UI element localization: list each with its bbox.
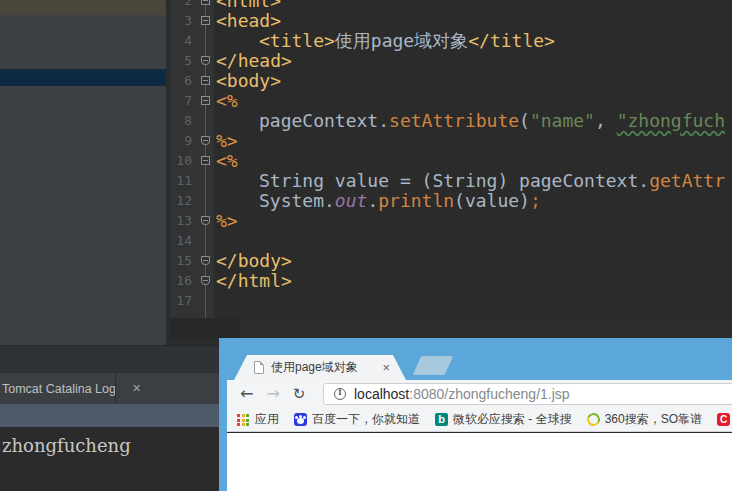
code-text: System.out.println(value); bbox=[214, 191, 541, 211]
fold-column bbox=[198, 171, 214, 191]
info-icon[interactable] bbox=[334, 388, 346, 400]
line-number: 15 bbox=[170, 251, 198, 271]
code-line[interactable]: 8pageContext.setAttribute("name", "zhong… bbox=[170, 111, 732, 131]
code-text: <% bbox=[214, 151, 238, 171]
code-line[interactable]: 6<body> bbox=[170, 71, 732, 91]
fold-marker-icon[interactable] bbox=[201, 276, 210, 285]
console-output-text: zhongfucheng bbox=[2, 435, 131, 456]
line-number: 12 bbox=[170, 191, 198, 211]
line-number: 3 bbox=[170, 11, 198, 31]
code-line[interactable]: 9%> bbox=[170, 131, 732, 151]
project-panel[interactable] bbox=[0, 0, 170, 345]
code-text: </head> bbox=[214, 51, 292, 71]
fold-column bbox=[198, 231, 214, 251]
code-text bbox=[214, 291, 216, 311]
code-text: %> bbox=[214, 131, 238, 151]
csdn-icon: C bbox=[717, 413, 730, 426]
code-line[interactable]: 14 bbox=[170, 231, 732, 251]
line-number: 17 bbox=[170, 291, 198, 311]
tab-tomcat-catalina-log[interactable]: Tomcat Catalina Log ✕ bbox=[0, 373, 151, 404]
code-text: pageContext.setAttribute("name", "zhongf… bbox=[214, 111, 725, 131]
fold-marker-icon[interactable] bbox=[201, 136, 210, 145]
code-line[interactable]: 16</html> bbox=[170, 271, 732, 291]
line-number: 9 bbox=[170, 131, 198, 151]
code-text: <title>使用page域对象</title> bbox=[214, 31, 555, 51]
fold-column bbox=[198, 51, 214, 71]
code-lines: 2<html>3<head>4<title>使用page域对象</title>5… bbox=[170, 0, 732, 311]
project-panel-header bbox=[0, 0, 170, 15]
code-text: String value = (String) pageContext.getA… bbox=[214, 171, 725, 191]
code-line[interactable]: 15</body> bbox=[170, 251, 732, 271]
project-panel-selected-row[interactable] bbox=[0, 69, 170, 86]
bookmark-item[interactable]: 应用 bbox=[237, 411, 279, 428]
code-line[interactable]: 13%> bbox=[170, 211, 732, 231]
bing-icon: b bbox=[435, 413, 448, 426]
bookmark-item[interactable]: CCSDN.NET - bbox=[717, 413, 732, 427]
line-number: 4 bbox=[170, 31, 198, 51]
line-number: 5 bbox=[170, 51, 198, 71]
code-line[interactable]: 12System.out.println(value); bbox=[170, 191, 732, 211]
fold-marker-icon[interactable] bbox=[201, 16, 210, 25]
bookmark-label: 微软必应搜索 - 全球搜 bbox=[453, 411, 572, 428]
fold-column bbox=[198, 31, 214, 51]
apps-grid-icon bbox=[237, 414, 250, 426]
bookmark-label: 百度一下，你就知道 bbox=[312, 411, 420, 428]
code-line[interactable]: 11String value = (String) pageContext.ge… bbox=[170, 171, 732, 191]
bookmark-item[interactable]: b微软必应搜索 - 全球搜 bbox=[435, 411, 572, 428]
code-line[interactable]: 17 bbox=[170, 291, 732, 311]
browser-tab[interactable]: 使用page域对象 × bbox=[234, 355, 406, 380]
close-icon[interactable]: ✕ bbox=[132, 382, 141, 395]
fold-marker-icon[interactable] bbox=[201, 0, 210, 5]
url-path: :8080/zhongfucheng/1.jsp bbox=[409, 386, 569, 402]
back-button[interactable]: ← bbox=[240, 386, 253, 402]
code-line[interactable]: 5</head> bbox=[170, 51, 732, 71]
code-line[interactable]: 10<% bbox=[170, 151, 732, 171]
fold-column bbox=[198, 191, 214, 211]
code-text bbox=[214, 231, 216, 251]
bookmark-item[interactable]: 百度一下，你就知道 bbox=[294, 411, 420, 428]
reload-button[interactable]: ↻ bbox=[293, 387, 306, 402]
line-number: 13 bbox=[170, 211, 198, 231]
baidu-icon bbox=[294, 413, 307, 426]
code-text: <% bbox=[214, 91, 238, 111]
code-editor[interactable]: 2<html>3<head>4<title>使用page域对象</title>5… bbox=[170, 0, 732, 320]
fold-column bbox=[198, 291, 214, 311]
fold-marker-icon[interactable] bbox=[201, 76, 210, 85]
line-number: 10 bbox=[170, 151, 198, 171]
fold-column bbox=[198, 271, 214, 291]
code-text: </body> bbox=[214, 251, 292, 271]
line-number: 16 bbox=[170, 271, 198, 291]
fold-column bbox=[198, 11, 214, 31]
browser-tab-title: 使用page域对象 bbox=[271, 359, 376, 376]
bookmark-label: 应用 bbox=[255, 411, 279, 428]
line-number: 11 bbox=[170, 171, 198, 191]
code-text: <head> bbox=[214, 11, 281, 31]
fold-marker-icon[interactable] bbox=[201, 96, 210, 105]
fold-marker-icon[interactable] bbox=[201, 216, 210, 225]
line-number: 14 bbox=[170, 231, 198, 251]
fold-column bbox=[198, 211, 214, 231]
line-number: 2 bbox=[170, 0, 198, 11]
code-line[interactable]: 7<% bbox=[170, 91, 732, 111]
browser-left-frame bbox=[219, 380, 227, 491]
code-text: <body> bbox=[214, 71, 281, 91]
address-bar[interactable]: localhost :8080/zhongfucheng/1.jsp bbox=[323, 383, 732, 405]
bookmark-item[interactable]: 360搜索，SO靠谱 bbox=[587, 411, 702, 428]
forward-button[interactable]: → bbox=[266, 386, 279, 402]
fold-marker-icon[interactable] bbox=[201, 156, 210, 165]
bookmarks-bar: 应用百度一下，你就知道b微软必应搜索 - 全球搜360搜索，SO靠谱CCSDN.… bbox=[227, 408, 732, 432]
code-line[interactable]: 3<head> bbox=[170, 11, 732, 31]
ide-screen: 2<html>3<head>4<title>使用page域对象</title>5… bbox=[0, 0, 732, 491]
browser-window: 使用page域对象 × ← → ↻ localhost :8080/zhongf… bbox=[219, 338, 732, 491]
fold-marker-icon[interactable] bbox=[201, 56, 210, 65]
line-number: 7 bbox=[170, 91, 198, 111]
code-line[interactable]: 4<title>使用page域对象</title> bbox=[170, 31, 732, 51]
code-text: %> bbox=[214, 211, 238, 231]
line-number: 6 bbox=[170, 71, 198, 91]
line-number: 8 bbox=[170, 111, 198, 131]
tab-separator bbox=[115, 373, 116, 404]
fold-column bbox=[198, 251, 214, 271]
fold-marker-icon[interactable] bbox=[201, 256, 210, 265]
360-icon bbox=[585, 411, 602, 428]
close-icon[interactable]: × bbox=[382, 360, 390, 375]
